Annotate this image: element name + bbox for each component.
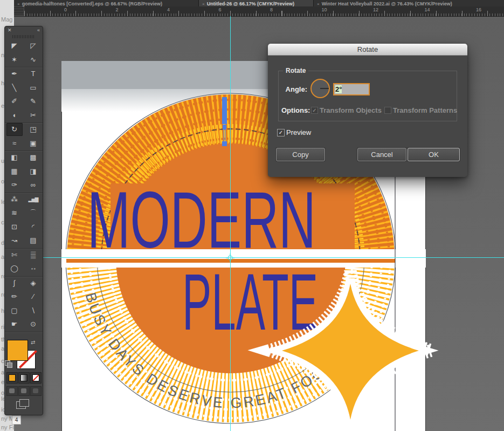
- curvature-tool[interactable]: ⌒: [25, 207, 42, 220]
- copy-button[interactable]: Copy: [276, 148, 325, 161]
- blob-brush-tool[interactable]: ◖: [6, 109, 23, 122]
- background-page-number: 4: [12, 415, 21, 425]
- scale-tool[interactable]: ◳: [25, 123, 42, 136]
- raster-texture-tool[interactable]: ▒: [25, 249, 42, 262]
- direct-selection-tool[interactable]: ◸: [25, 39, 42, 52]
- line-segment-tool[interactable]: ╲: [6, 81, 23, 94]
- pen-tool[interactable]: ✒: [6, 67, 23, 80]
- ruler-label: 6: [219, 7, 222, 12]
- cancel-button[interactable]: Cancel: [357, 148, 406, 161]
- angle-dial[interactable]: [310, 79, 330, 98]
- screen-mode-button[interactable]: [16, 399, 30, 410]
- gradient-mode-button[interactable]: [18, 372, 30, 384]
- ruler-label: 2: [116, 7, 119, 12]
- tab-strip: ×gomedia-halftones [Converted].eps @ 66.…: [14, 0, 504, 6]
- type-tool[interactable]: T: [25, 67, 42, 80]
- angle-input[interactable]: 2°: [333, 83, 370, 95]
- rectangle-tool[interactable]: ▭: [25, 81, 42, 94]
- transform-objects-label: Transform Objects: [320, 106, 382, 114]
- group-label: Rotate: [283, 67, 308, 74]
- magic-wand-tool[interactable]: ✶: [6, 53, 23, 66]
- eyedropper-tool[interactable]: ✑: [6, 179, 23, 191]
- blend-tool[interactable]: ∞: [25, 179, 42, 191]
- selected-text: 2°: [335, 85, 342, 93]
- pencil-squiggle-tool[interactable]: ∫: [6, 277, 23, 290]
- ruler-label: 0: [64, 7, 67, 12]
- eraser-tool[interactable]: ◈: [25, 277, 42, 290]
- column-graph-tool[interactable]: ▂▅▇: [25, 193, 42, 206]
- horizontal-guide[interactable]: [14, 257, 504, 258]
- ruler-label: 4: [167, 7, 170, 12]
- ruler-label: 8: [270, 7, 273, 12]
- symbol-tool[interactable]: ✏: [6, 290, 23, 303]
- color-mode-button[interactable]: [6, 372, 18, 384]
- ellipse-tool[interactable]: ◯: [6, 262, 23, 275]
- warp-tool[interactable]: ≋: [6, 207, 23, 220]
- nib-pen-tool[interactable]: ∕: [25, 290, 42, 303]
- lasso-tool[interactable]: ∿: [25, 53, 42, 66]
- live-paint-bucket-tool[interactable]: ◧: [6, 151, 23, 164]
- transform-objects-checkbox[interactable]: ✓: [311, 107, 318, 114]
- document-tab[interactable]: ×Untitled-26 @ 66.17% (CMYK/Preview): [199, 0, 314, 6]
- free-transform-tool[interactable]: ▣: [25, 137, 42, 150]
- angle-label: Angle:: [278, 85, 307, 93]
- transform-patterns-checkbox[interactable]: [384, 107, 391, 114]
- slice-tool[interactable]: ∖: [25, 304, 42, 317]
- tab-label: Untitled-26 @ 66.17% (CMYK/Preview): [207, 1, 294, 6]
- ruler-label: 14: [425, 7, 430, 12]
- artboard-tool[interactable]: ▢: [6, 304, 23, 317]
- vertical-guide[interactable]: [230, 16, 231, 431]
- default-fill-stroke-icon[interactable]: [5, 360, 12, 367]
- pencil-tool[interactable]: ✎: [25, 95, 42, 108]
- ruler-label: 16: [476, 7, 481, 12]
- background-text-fragment: ny Fi: [1, 424, 14, 430]
- draw-behind-button[interactable]: [18, 386, 30, 396]
- ok-button[interactable]: OK: [408, 148, 460, 161]
- width-tool[interactable]: ≈: [6, 137, 23, 150]
- collapse-double-arrow-icon[interactable]: «: [37, 28, 40, 33]
- preview-checkbox[interactable]: ✓: [277, 129, 285, 136]
- reshape-tool[interactable]: ↝: [6, 234, 23, 247]
- selection-tool[interactable]: ◤: [6, 39, 23, 52]
- tab-label: gomedia-halftones [Converted].eps @ 66.6…: [22, 1, 162, 6]
- document-tab[interactable]: ×gomedia-halftones [Converted].eps @ 66.…: [14, 0, 199, 6]
- panel-grip[interactable]: [12, 35, 35, 38]
- tool-grid: ◤◸✶∿✒T╲▭✐✎◖✂↻◳≈▣◧▩▦◨✑∞⁂▂▅▇≋⌒⊡◜↝▤✄▒◯∘∘∫◈✏…: [5, 39, 43, 332]
- dial-needle-icon: [320, 88, 329, 89]
- knife-tool[interactable]: ✄: [6, 249, 23, 262]
- puppet-warp-tool[interactable]: ⊡: [6, 221, 23, 234]
- dialog-title[interactable]: Rotate: [268, 44, 467, 56]
- mesh-tool[interactable]: ▦: [6, 165, 23, 178]
- hand-tool[interactable]: ☛: [6, 318, 23, 331]
- tab-close-icon[interactable]: ×: [314, 2, 322, 6]
- fill-color-swatch[interactable]: [7, 340, 28, 361]
- transform-patterns-label: Transform Patterns: [393, 106, 457, 114]
- shape-tool[interactable]: ∘∘: [25, 262, 42, 275]
- tab-close-icon[interactable]: ×: [14, 2, 22, 6]
- gradient-tool[interactable]: ◨: [25, 165, 42, 178]
- tab-label: Winter Heat Volleyball 2022.ai @ 76.43% …: [322, 1, 452, 6]
- zoom-tool[interactable]: ⊙: [25, 318, 42, 331]
- ruler-label: 10: [322, 7, 327, 12]
- draw-inside-button[interactable]: [30, 386, 42, 396]
- rotate-dialog: Rotate Rotate Angle: 2° Options: ✓ Trans…: [268, 44, 467, 177]
- symbol-sprayer-tool[interactable]: ⁂: [6, 193, 23, 206]
- none-mode-button[interactable]: [30, 372, 42, 384]
- options-label: Options:: [281, 106, 310, 114]
- draw-normal-button[interactable]: [6, 386, 18, 396]
- paintbrush-tool[interactable]: ✐: [6, 95, 23, 108]
- rotate-tool[interactable]: ↻: [6, 123, 23, 136]
- tools-panel-header[interactable]: ✕ «: [5, 26, 43, 35]
- tab-close-icon[interactable]: ×: [199, 2, 207, 6]
- ruler-label: 12: [373, 7, 378, 12]
- background-text-fragment: Mag: [1, 16, 12, 23]
- perspective-grid-tool[interactable]: ▩: [25, 151, 42, 164]
- close-icon[interactable]: ✕: [8, 28, 12, 33]
- ruler[interactable]: 0246810121416: [14, 6, 504, 17]
- document-tab[interactable]: ×Winter Heat Volleyball 2022.ai @ 76.43%…: [314, 0, 504, 6]
- swap-fill-stroke-icon[interactable]: ⇄: [31, 339, 35, 345]
- arc-tool[interactable]: ◜: [25, 221, 42, 234]
- measure-tool[interactable]: ▤: [25, 234, 42, 247]
- scissors-tool[interactable]: ✂: [25, 109, 42, 122]
- ruler-origin-box[interactable]: [14, 6, 24, 16]
